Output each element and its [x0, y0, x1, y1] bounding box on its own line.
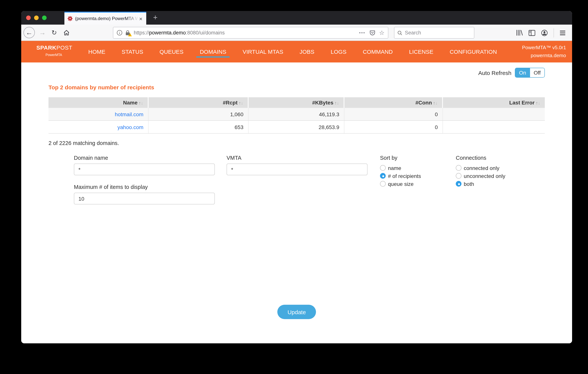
cell-conn: 0 [344, 108, 442, 121]
max-items-label: Maximum # of items to display [74, 184, 215, 190]
sort-icon: ↑↓ [536, 100, 540, 106]
column-header-conn[interactable]: #Conn↑↓ [344, 97, 442, 108]
sort-by-queue-size-radio[interactable]: queue size [380, 180, 421, 188]
url-path: :8080/ui/domains [186, 30, 225, 36]
back-button[interactable]: ← [23, 27, 35, 38]
connections-both-radio[interactable]: both [456, 180, 505, 188]
nav-item-domains[interactable]: DOMAINS [196, 46, 230, 57]
window-minimize-button[interactable] [34, 16, 39, 20]
cell-rcpt: 653 [148, 121, 248, 133]
connections-connected-radio[interactable]: connected only [456, 164, 505, 172]
domain-name-input[interactable] [74, 163, 215, 175]
nav-item-queues[interactable]: QUEUES [156, 46, 187, 57]
browser-search[interactable] [394, 27, 474, 39]
cell-rcpt: 1,060 [148, 108, 248, 121]
page-title: Top 2 domains by number of recipients [49, 84, 154, 91]
window-zoom-button[interactable] [42, 16, 47, 20]
vmta-input[interactable] [227, 163, 368, 175]
account-icon[interactable] [541, 29, 548, 36]
nav-item-virtual-mtas[interactable]: VIRTUAL MTAS [239, 46, 287, 57]
max-items-input[interactable] [74, 193, 215, 204]
domains-table: Name↑↓ #Rcpt↑↓ #KBytes↑↓ #Conn↑↓ Last Er… [49, 97, 545, 134]
window-controls [26, 16, 47, 20]
radio-icon [380, 181, 386, 187]
library-icon[interactable] [516, 30, 523, 36]
browser-tab[interactable]: (powermta.demo) PowerMTA W × [64, 12, 146, 25]
cell-last-error [442, 121, 545, 133]
server-hostname: powermta.demo [522, 51, 566, 60]
toolbar-divider [554, 28, 554, 37]
url-host: powermta.demo [149, 30, 186, 36]
tab-strip: (powermta.demo) PowerMTA W × + [21, 11, 572, 25]
radio-selected-icon [456, 181, 462, 187]
matching-domains-summary: 2 of 2226 matching domains. [49, 140, 119, 146]
insecure-lock-icon[interactable] [125, 30, 130, 36]
column-header-kbytes[interactable]: #KBytes↑↓ [248, 97, 344, 108]
bookmark-star-icon[interactable]: ☆ [379, 29, 385, 36]
nav-item-command[interactable]: COMMAND [359, 46, 396, 57]
sort-icon: ↑↓ [139, 100, 143, 106]
column-header-last-error[interactable]: Last Error↑↓ [442, 97, 545, 108]
tab-close-icon[interactable]: × [138, 16, 143, 21]
search-icon [398, 30, 402, 35]
sort-icon: ↑↓ [239, 100, 243, 106]
nav-links: HOME STATUS QUEUES DOMAINS VIRTUAL MTAS … [85, 41, 500, 62]
sort-by-name-radio[interactable]: name [380, 164, 421, 172]
auto-refresh-off-button[interactable]: Off [530, 68, 545, 77]
brand-post: POST [56, 44, 72, 51]
nav-item-license[interactable]: LICENSE [406, 46, 437, 57]
url-text: https://powermta.demo:8080/ui/domains [134, 30, 225, 36]
domain-name-label: Domain name [74, 155, 215, 161]
screen: (powermta.demo) PowerMTA W × + ← → ↻ [0, 0, 588, 374]
cell-kbytes: 46,119.3 [248, 108, 344, 121]
table-row: hotmail.com 1,060 46,119.3 0 [49, 108, 545, 121]
nav-item-home[interactable]: HOME [85, 46, 109, 57]
connections-label: Connections [456, 155, 505, 161]
pocket-icon[interactable] [369, 30, 375, 36]
url-scheme: https:// [134, 30, 149, 36]
app-navbar: SPARKPOST PowerMTA HOME STATUS QUEUES DO… [21, 41, 572, 62]
url-bar[interactable]: https://powermta.demo:8080/ui/domains ••… [113, 27, 388, 39]
update-button[interactable]: Update [277, 305, 316, 319]
cell-kbytes: 28,653.9 [248, 121, 344, 133]
radio-selected-icon [380, 173, 386, 179]
new-tab-button[interactable]: + [150, 12, 161, 23]
domain-link[interactable]: yahoo.com [117, 124, 143, 130]
home-icon [63, 30, 70, 36]
sort-by-recipients-radio[interactable]: # of recipients [380, 172, 421, 180]
home-button[interactable] [61, 27, 72, 38]
product-version: PowerMTA™ v5.0r1 [522, 43, 566, 51]
nav-item-status[interactable]: STATUS [118, 46, 147, 57]
radio-icon [380, 165, 386, 171]
auto-refresh-on-button[interactable]: On [515, 68, 530, 77]
page-actions-icon[interactable]: ••• [359, 31, 365, 35]
window-close-button[interactable] [26, 16, 31, 20]
nav-item-logs[interactable]: LOGS [327, 46, 350, 57]
table-row: yahoo.com 653 28,653.9 0 [49, 121, 545, 133]
forward-button[interactable]: → [37, 27, 48, 38]
auto-refresh-label: Auto Refresh [478, 70, 512, 76]
column-header-rcpt[interactable]: #Rcpt↑↓ [148, 97, 248, 108]
powermta-favicon-icon [67, 16, 73, 21]
domain-link[interactable]: hotmail.com [115, 111, 143, 117]
cell-domain-name: yahoo.com [49, 121, 148, 133]
reload-button[interactable]: ↻ [49, 27, 60, 38]
nav-item-jobs[interactable]: JOBS [296, 46, 318, 57]
sparkpost-logo[interactable]: SPARKPOST PowerMTA [36, 44, 72, 57]
auto-refresh-control: Auto Refresh On Off [478, 68, 545, 78]
tab-title: (powermta.demo) PowerMTA W [75, 16, 138, 21]
browser-window: (powermta.demo) PowerMTA W × + ← → ↻ [21, 11, 572, 343]
search-input[interactable] [405, 30, 471, 36]
menu-hamburger-icon[interactable] [560, 30, 566, 35]
column-header-name[interactable]: Name↑↓ [49, 97, 148, 108]
connections-unconnected-radio[interactable]: unconnected only [456, 172, 505, 180]
browser-toolbar: ← → ↻ [21, 25, 572, 41]
version-info: PowerMTA™ v5.0r1 powermta.demo [522, 43, 566, 60]
radio-icon [456, 165, 462, 171]
info-icon[interactable] [117, 30, 122, 36]
nav-item-configuration[interactable]: CONFIGURATION [446, 46, 500, 57]
sidebar-icon[interactable] [528, 30, 535, 36]
radio-icon [456, 173, 462, 179]
cell-last-error [442, 108, 545, 121]
cell-domain-name: hotmail.com [49, 108, 148, 121]
